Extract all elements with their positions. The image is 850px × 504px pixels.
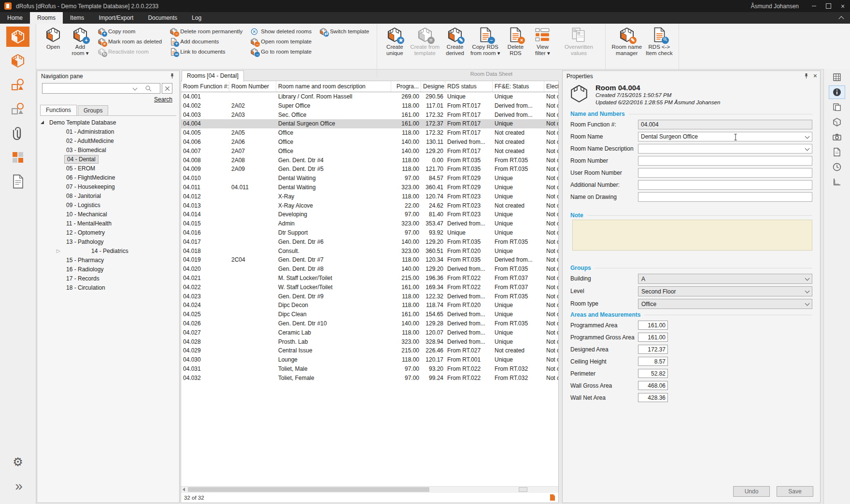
chevron-down-icon[interactable] [805, 276, 810, 280]
designed-area-input[interactable]: 172.37 [638, 345, 668, 354]
tree-item-09-logistics[interactable]: 09 - Logistics [37, 200, 179, 210]
ribbon-copy-rds-from-room[interactable]: –Copy RDS from room ▾ [468, 25, 502, 63]
building-select[interactable]: A [638, 274, 812, 284]
table-row[interactable]: 04.0082A08Gen. Dent. Dtr #4118.000.00Fro… [181, 156, 558, 165]
sidebar-item-reports[interactable] [6, 171, 29, 192]
programmed-area-input[interactable]: 161.00 [638, 321, 668, 330]
chevron-down-icon[interactable] [805, 134, 810, 139]
tab-items[interactable]: Items [63, 12, 91, 24]
table-row[interactable]: 04.023Gen. Dent. Dtr #9118.00122.32Deriv… [181, 292, 558, 301]
undo-button[interactable]: Undo [733, 486, 770, 497]
column-header-rds-status[interactable]: RDS status [445, 81, 493, 92]
table-row[interactable]: 04.018Consult.323.00360.51From RT.020Uni… [181, 247, 558, 256]
tree-item-10-mechanical[interactable]: 10 - Mechanical [37, 210, 179, 219]
sidebar-item-rooms[interactable] [6, 27, 29, 47]
horizontal-scrollbar[interactable] [181, 486, 558, 493]
sidebar-item-functions[interactable] [6, 51, 29, 71]
table-row[interactable]: 04.030Lounge118.00120.17From RT.001Uniqu… [181, 355, 558, 364]
wall-net-area-input[interactable]: 428.36 [638, 393, 668, 402]
table-row[interactable]: 04.031Toliet, Male97.0093.20From RT.022F… [181, 364, 558, 374]
tree-item-08-janitorial[interactable]: 08 - Janitorial [37, 191, 179, 200]
search-input[interactable] [42, 83, 160, 94]
column-header-ff-e-status[interactable]: FF&E: Status [493, 81, 544, 92]
table-row[interactable]: 04.025Dipc Clean161.00154.65Derived from… [181, 310, 558, 319]
ribbon-go-to-room-template[interactable]: →Go to room template [250, 47, 312, 56]
ribbon-add-room[interactable]: +Add room ▾ [67, 25, 94, 63]
tree-item-07-housekeeping[interactable]: 07 - Housekeeping [37, 182, 179, 191]
chevron-down-icon[interactable] [133, 86, 138, 91]
ribbon-link-to-documents[interactable]: ∞Link to documents [170, 47, 242, 56]
tree-item-16-radiology[interactable]: 16 - Radiology [37, 265, 179, 274]
tab-rooms[interactable]: Rooms [30, 12, 63, 24]
minimize-button[interactable] [807, 0, 821, 12]
ribbon-open[interactable]: Open [40, 25, 67, 63]
measure-tab-button[interactable] [829, 175, 845, 189]
history-tab-button[interactable] [829, 160, 845, 174]
table-row[interactable]: 04.01104.011Dental Waiting323.00360.41Fr… [181, 183, 558, 192]
search-link[interactable]: Search [154, 96, 172, 103]
ribbon-copy-room[interactable]: +Copy room [98, 27, 162, 36]
table-row[interactable]: 04.032Toliet, Female97.0099.24From RT.02… [181, 374, 558, 383]
tab-home[interactable]: Home [0, 12, 30, 24]
table-row[interactable]: 04.024Dipc Decon118.00118.74From RT.020U… [181, 301, 558, 310]
ribbon-collapse-button[interactable] [833, 12, 850, 24]
tab-log[interactable]: Log [184, 12, 209, 24]
close-button[interactable]: × [836, 0, 850, 12]
table-row[interactable]: 04.0092A09Gen. Dent. Dtr #5118.00121.70F… [181, 165, 558, 174]
ribbon-rds-item-check[interactable]: RDS <-> Item check [644, 25, 675, 63]
table-row[interactable]: 04.020Gen. Dent. Dtr #8140.00129.20Deriv… [181, 265, 558, 274]
table-row[interactable]: 04.010Dental Waiting97.0084.57From RT.02… [181, 174, 558, 183]
table-row[interactable]: 04.0062A06Office140.00130.11Derived from… [181, 138, 558, 147]
table-row[interactable]: 04.012X-Ray118.00120.74From RT.023Unique… [181, 192, 558, 201]
pin-icon[interactable] [803, 73, 809, 79]
table-row[interactable]: 04.0072A07Office140.00129.20From RT.017N… [181, 147, 558, 156]
tree-item-06-flightmedicine[interactable]: 06 - FlightMedicine [37, 173, 179, 182]
tree-item-01-administration[interactable]: 01 - Administration [37, 127, 179, 136]
tree-item-18-circulation[interactable]: 18 - Circulation [37, 283, 179, 292]
tree-item-13-pathology[interactable]: 13 - Pathology [37, 237, 179, 246]
clear-search-button[interactable] [162, 83, 172, 94]
wall-gross-area-input[interactable]: 468.06 [638, 381, 668, 390]
info-tab-button[interactable] [829, 85, 845, 99]
perimeter-input[interactable]: 52.82 [638, 369, 668, 378]
ceiling-height-input[interactable]: 8.57 [638, 357, 668, 366]
column-header-room-number[interactable]: Room Number [229, 81, 276, 92]
files-tab-button[interactable] [829, 145, 845, 159]
table-row[interactable]: 04.022W. Staff Locker/Toilet161.00169.34… [181, 283, 558, 292]
tree-item-05-erom[interactable]: 05 - EROM [37, 164, 179, 173]
table-row[interactable]: 04.001Library / Conf. Room Hassell269.00… [181, 92, 558, 101]
table-row[interactable]: 04.014Developing97.0081.40From RT.023Uni… [181, 210, 558, 219]
nav-tab-functions[interactable]: Functions [40, 105, 77, 115]
room-name-input[interactable]: Dental Surgeon Office [638, 132, 812, 141]
nav-tab-groups[interactable]: Groups [78, 105, 108, 115]
ribbon-view-filter[interactable]: View filter ▾ [529, 25, 556, 63]
sidebar-item-attachments[interactable] [6, 123, 29, 143]
scrollbar-thumb[interactable] [188, 487, 429, 492]
table-row[interactable]: 04.021M. Staff Locker/Toilet215.00196.36… [181, 274, 558, 283]
ribbon-open-room-template[interactable]: →Open room template [250, 37, 312, 46]
ribbon-room-name-manager[interactable]: ✎Room name manager [609, 25, 644, 63]
room-tab-button[interactable] [829, 115, 845, 129]
tree-item-17-records[interactable]: 17 - Records [37, 274, 179, 283]
user-room-number-input[interactable] [638, 168, 812, 178]
sidebar-item-item-groups[interactable] [6, 99, 29, 119]
sidebar-item-buildings[interactable] [6, 147, 29, 168]
scroll-left-arrow[interactable] [183, 488, 185, 491]
ribbon-add-documents[interactable]: +Add documents [170, 37, 242, 46]
tab-documents[interactable]: Documents [141, 12, 184, 24]
chevron-down-icon[interactable] [805, 146, 810, 151]
table-row[interactable]: 04.017Gen. Dent. Dtr #6140.00129.20From … [181, 238, 558, 247]
ribbon-mark-room-as-deleted[interactable]: ×Mark room as deleted [98, 37, 162, 46]
room-name-description-input[interactable] [638, 144, 812, 154]
note-textarea[interactable] [572, 220, 812, 251]
rooms-tab[interactable]: Rooms [04 - Dental] [182, 70, 244, 82]
level-select[interactable]: Second Floor [638, 286, 812, 296]
table-row[interactable]: 04.0032A03Sec. Office161.00172.32From RT… [181, 111, 558, 120]
pin-icon[interactable] [169, 73, 175, 79]
chevron-down-icon[interactable] [805, 288, 810, 293]
tree-item-12-optometry[interactable]: 12 - Optometry [37, 228, 179, 237]
table-row[interactable]: 04.029Central Issue215.00226.46From RT.0… [181, 346, 558, 355]
column-header-room-name-and-room-description[interactable]: Room name and room description [276, 81, 391, 92]
programmed-gross-area-input[interactable]: 161.00 [638, 333, 668, 342]
tree-item-03-biomedical[interactable]: 03 - Biomedical [37, 145, 179, 154]
